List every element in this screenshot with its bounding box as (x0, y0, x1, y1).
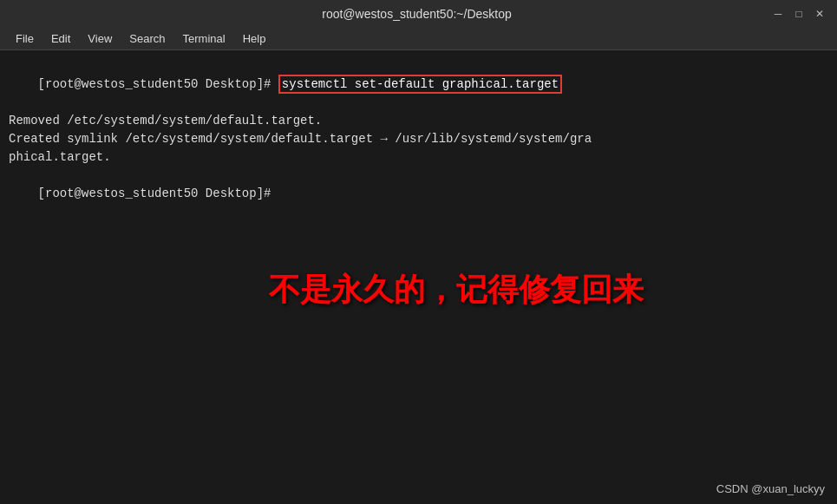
menu-view[interactable]: View (79, 30, 121, 47)
command-highlight: systemctl set-default graphical.target (278, 75, 562, 94)
terminal-line-2: Removed /etc/systemd/system/default.targ… (9, 112, 828, 130)
prompt-2: [root@westos_student50 Desktop]# (38, 187, 278, 200)
menu-help[interactable]: Help (234, 30, 275, 47)
close-button[interactable]: ✕ (813, 7, 827, 21)
menu-file[interactable]: File (7, 30, 43, 47)
terminal-line-4: phical.target. (9, 148, 828, 167)
window-controls: ─ □ ✕ (771, 7, 827, 21)
restore-button[interactable]: □ (792, 7, 806, 21)
minimize-button[interactable]: ─ (771, 7, 785, 21)
watermark-text: CSDN @xuan_luckyy (716, 482, 825, 495)
terminal-area[interactable]: [root@westos_student50 Desktop]# systemc… (0, 50, 837, 504)
prompt-1: [root@westos_student50 Desktop]# (38, 77, 278, 91)
menu-terminal[interactable]: Terminal (174, 30, 234, 47)
annotation-text: 不是永久的，记得修复回来 (269, 269, 644, 311)
terminal-line-5: [root@westos_student50 Desktop]# (9, 167, 828, 221)
title-bar: root@westos_student50:~/Desktop ─ □ ✕ (0, 0, 837, 28)
command-text: systemctl set-default graphical.target (282, 77, 559, 91)
terminal-line-3: Created symlink /etc/systemd/system/defa… (9, 130, 828, 148)
menu-bar: File Edit View Search Terminal Help (0, 28, 837, 50)
terminal-line-1: [root@westos_student50 Desktop]# systemc… (9, 57, 828, 112)
menu-edit[interactable]: Edit (43, 30, 79, 47)
window-title: root@westos_student50:~/Desktop (62, 7, 771, 21)
menu-search[interactable]: Search (121, 30, 173, 47)
